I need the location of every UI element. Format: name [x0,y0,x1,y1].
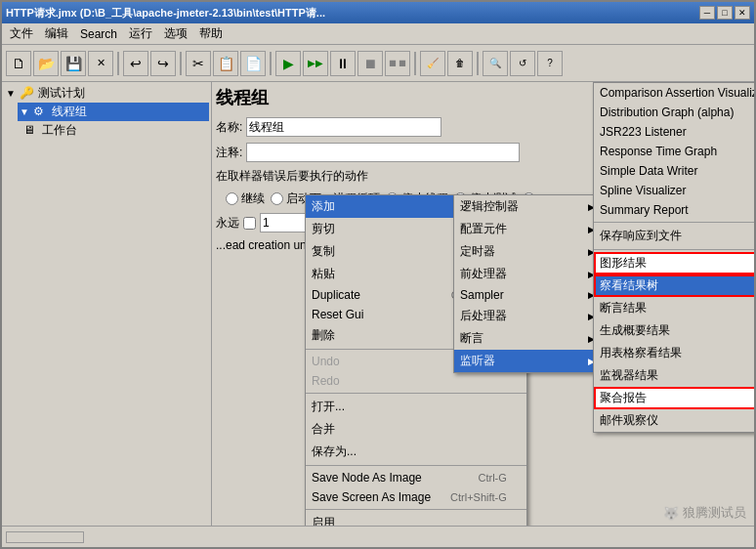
context-menu-overlay: 添加 剪切 Ctrl-X 复制 Ctrl-C 粘贴 Ctrl-V [212,82,754,526]
ctx-enable[interactable]: 启用 [306,512,526,526]
maximize-button[interactable]: □ [717,6,733,20]
clear-button[interactable]: 🧹 [420,51,445,76]
sub-listener-label: 监听器 [460,353,495,369]
ctx-sep-3 [306,465,526,466]
listener-comparison[interactable]: Comparison Assertion Visualizer [594,83,754,103]
listener-simple-writer-label: Simple Data Writer [600,164,697,178]
listener-response-time-label: Response Time Graph [600,145,717,158]
stop-button[interactable]: ⏹ [357,51,383,76]
toolbar-sep-1 [117,52,119,75]
menu-options[interactable]: 选项 [158,23,193,44]
menu-help[interactable]: 帮助 [193,23,229,44]
listener-spline[interactable]: Spline Visualizer [594,181,754,200]
sub-logic-label: 逻辑控制器 [460,198,519,215]
tree-expand-icon: ▼ [6,88,18,99]
revert-button[interactable]: ✕ [88,51,113,76]
sub-logic-controller[interactable]: 逻辑控制器 [454,195,599,218]
sub-assertion[interactable]: 断言 [454,327,599,350]
ctx-copy-label: 复制 [312,243,335,260]
shutdown-button[interactable]: ⏹⏹ [385,51,410,76]
redo-button[interactable]: ↪ [150,51,176,76]
minimize-button[interactable]: ─ [699,6,715,20]
ctx-undo-label: Undo [312,355,340,368]
test-plan-icon: 🔑 [20,86,35,102]
listener-jsr223[interactable]: JSR223 Listener [594,122,754,142]
listener-monitor[interactable]: 监视器结果 [594,364,754,387]
listener-mail[interactable]: 邮件观察仪 [594,409,754,432]
toolbar-sep-3 [270,52,272,75]
sub-post-processor[interactable]: 后处理器 [454,305,599,327]
clear-all-button[interactable]: 🗑 [447,51,473,76]
listener-distribution[interactable]: Distribution Graph (alpha) [594,103,754,122]
listener-summary[interactable]: Summary Report [594,200,754,220]
ctx-duplicate-label: Duplicate [312,288,360,302]
listener-assertion[interactable]: 断言结果 [594,297,754,319]
ctx-redo: Redo [306,371,526,391]
tree-item-thread-group[interactable]: ▼ ⚙ 线程组 [18,103,209,121]
tree-item-workbench[interactable]: 🖥 工作台 [8,121,209,140]
reset-button[interactable]: ↺ [510,51,535,76]
listener-spline-label: Spline Visualizer [600,184,687,197]
ctx-save-node-img[interactable]: Save Node As Image Ctrl-G [306,468,526,487]
listener-table[interactable]: 用表格察看结果 [594,342,754,364]
new-button[interactable]: 🗋 [6,51,31,76]
listener-distribution-label: Distribution Graph (alpha) [600,106,734,119]
menu-run[interactable]: 运行 [123,23,158,44]
sub-assertion-label: 断言 [460,330,483,347]
main-window: HTTP请求.jmx (D:\B_工具\apache-jmeter-2.13\b… [0,0,756,549]
ctx-save-screen-img-shortcut: Ctrl+Shift-G [450,491,507,503]
listener-save-response[interactable]: 保存响应到文件 [594,225,754,247]
start-no-pause-button[interactable]: ▶▶ [303,51,328,76]
ctx-save-screen-img-label: Save Screen As Image [312,490,431,504]
copy-button[interactable]: 📋 [213,51,238,76]
title-bar: HTTP请求.jmx (D:\B_工具\apache-jmeter-2.13\b… [2,2,754,23]
help-toolbar-button[interactable]: ? [537,51,563,76]
listener-simple-writer[interactable]: Simple Data Writer [594,161,754,181]
listener-mail-label: 邮件观察仪 [600,412,658,429]
listener-graph[interactable]: 图形结果 [594,252,754,274]
save-button[interactable]: 💾 [61,51,86,76]
listener-result-tree[interactable]: 察看结果树 [594,274,754,297]
listener-summary-label: Summary Report [600,203,689,217]
sub-sampler[interactable]: Sampler [454,285,599,305]
search-toolbar-button[interactable]: 🔍 [483,51,508,76]
menu-edit[interactable]: 编辑 [39,23,74,44]
tree-item-test-plan[interactable]: ▼ 🔑 测试计划 [4,84,209,103]
close-button[interactable]: ✕ [735,6,750,20]
listener-aggregate[interactable]: 聚合报告 [594,387,754,409]
ctx-paste-label: 粘贴 [312,266,335,282]
listener-response-time[interactable]: Response Time Graph [594,142,754,161]
sidebar: ▼ 🔑 测试计划 ▼ ⚙ 线程组 🖥 工作台 [2,82,212,526]
toolbar-sep-5 [477,52,479,75]
open-button[interactable]: 📂 [33,51,59,76]
ctx-merge[interactable]: 合并 [306,418,526,441]
ctx-open[interactable]: 打开... [306,396,526,418]
paste-button[interactable]: 📄 [240,51,266,76]
tree-label-thread-group: 线程组 [52,104,87,120]
listener-comparison-label: Comparison Assertion Visualizer [600,86,754,100]
sub-config-element[interactable]: 配置元件 [454,218,599,240]
listener-sep-1 [594,222,754,223]
sub-timer[interactable]: 定时器 [454,240,599,263]
menu-search[interactable]: Search [74,25,123,43]
sub-listener[interactable]: 监听器 [454,350,599,372]
undo-button[interactable]: ↩ [123,51,148,76]
listener-summary-gen-label: 生成概要结果 [600,322,670,339]
pause-button[interactable]: ⏸ [330,51,356,76]
ctx-save-node-img-shortcut: Ctrl-G [479,472,507,484]
ctx-save-screen-img[interactable]: Save Screen As Image Ctrl+Shift-G [306,487,526,507]
ctx-open-label: 打开... [312,399,345,415]
sub-pre-processor[interactable]: 前处理器 [454,263,599,285]
tree: ▼ 🔑 测试计划 ▼ ⚙ 线程组 🖥 工作台 [4,84,209,140]
menu-file[interactable]: 文件 [4,23,39,44]
ctx-save-as[interactable]: 保存为... [306,441,526,463]
listener-aggregate-label: 聚合报告 [600,390,647,406]
listener-graph-label: 图形结果 [600,255,647,272]
listener-summary-gen[interactable]: 生成概要结果 [594,319,754,342]
ctx-cut-label: 剪切 [312,221,335,237]
cut-button[interactable]: ✂ [186,51,211,76]
start-button[interactable]: ▶ [275,51,301,76]
main-area: ▼ 🔑 测试计划 ▼ ⚙ 线程组 🖥 工作台 线程组 [2,82,754,526]
sub-config-label: 配置元件 [460,221,507,237]
ctx-add-label: 添加 [312,198,335,215]
